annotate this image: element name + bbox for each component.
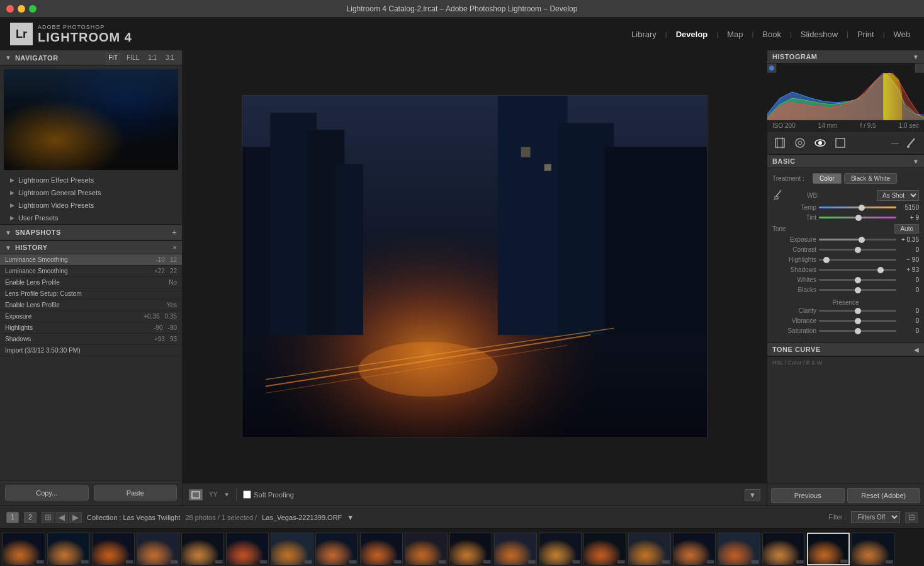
filter-dropdown[interactable]: Filters Off Flagged Rated (851, 511, 900, 523)
nav-develop[interactable]: Develop (672, 27, 712, 42)
wb-dropdown[interactable]: As Shot Auto Daylight Cloudy Custom (877, 190, 919, 201)
next-film-button[interactable]: ▶ (69, 512, 82, 523)
soft-proofing-toggle[interactable]: Soft Proofing (243, 490, 294, 499)
page-2-button[interactable]: 2 (24, 512, 37, 523)
eyedropper-tool[interactable] (772, 189, 785, 201)
tint-thumb[interactable] (855, 215, 862, 221)
view-loupe-button[interactable] (189, 489, 203, 501)
preset-lightroom-effects[interactable]: ▶ Lightroom Effect Presets (0, 174, 182, 186)
filmstrip-thumb-7[interactable] (315, 533, 358, 565)
history-header[interactable]: ▼ History × (0, 241, 182, 254)
contrast-slider[interactable] (819, 249, 896, 251)
filmstrip-filename[interactable]: Las_Vegas-2221399.ORF (262, 514, 342, 521)
nav-book[interactable]: Book (758, 27, 785, 42)
nav-print[interactable]: Print (854, 27, 878, 42)
nav-library[interactable]: Library (628, 27, 660, 42)
view-dropdown-arrow[interactable]: ▼ (223, 491, 230, 498)
blacks-slider[interactable] (819, 289, 896, 291)
preset-lightroom-video[interactable]: ▶ Lightroom Video Presets (0, 199, 182, 212)
soft-proof-checkbox[interactable] (243, 490, 251, 499)
spot-removal-tool[interactable] (792, 135, 808, 150)
history-item-4[interactable]: Enable Lens Profile Yes (0, 300, 182, 311)
tone-curve-header[interactable]: Tone Curve ◀ (767, 343, 924, 356)
filmstrip-thumb-6[interactable] (271, 533, 313, 565)
history-item-7[interactable]: Shadows +93 93 (0, 334, 182, 345)
history-item-6[interactable]: Highlights -90 -90 (0, 322, 182, 334)
preset-lightroom-general[interactable]: ▶ Lightroom General Presets (0, 186, 182, 199)
saturation-thumb[interactable] (855, 328, 861, 334)
reset-button[interactable]: Reset (Adobe) (847, 488, 921, 503)
history-item-8[interactable]: Import (3/3/12 3:50:30 PM) (0, 345, 182, 356)
filmstrip-thumb-18[interactable] (807, 533, 850, 565)
basic-header[interactable]: Basic ▼ (767, 155, 924, 168)
filename-dropdown-arrow[interactable]: ▼ (347, 514, 354, 521)
bw-treatment-button[interactable]: Black & White (844, 173, 897, 184)
filmstrip-thumb-1[interactable] (47, 533, 90, 565)
filmstrip-thumb-5[interactable] (226, 533, 269, 565)
exposure-slider[interactable] (819, 239, 896, 241)
preset-user[interactable]: ▶ User Presets (0, 212, 182, 224)
history-item-2[interactable]: Enable Lens Profile No (0, 277, 182, 288)
close-button[interactable] (6, 5, 14, 13)
filmstrip-thumb-14[interactable] (628, 533, 671, 565)
minimize-button[interactable] (18, 5, 25, 13)
contrast-thumb[interactable] (855, 247, 861, 253)
fit-btn[interactable]: FIT (106, 53, 120, 62)
color-treatment-button[interactable]: Color (813, 173, 842, 184)
maximize-button[interactable] (29, 5, 37, 13)
snapshots-header[interactable]: ▼ Snapshots + (0, 225, 182, 241)
clarity-slider[interactable] (819, 310, 896, 312)
filmstrip-thumb-10[interactable] (449, 533, 492, 565)
history-item-3[interactable]: Lens Profile Setup: Custom (0, 288, 182, 300)
page-1-button[interactable]: 1 (6, 512, 19, 523)
filmstrip-thumb-16[interactable] (718, 533, 760, 565)
copy-button[interactable]: Copy... (5, 485, 89, 501)
paste-button[interactable]: Paste (94, 485, 177, 501)
exposure-thumb[interactable] (859, 237, 865, 243)
tint-slider[interactable] (819, 217, 896, 218)
grid-view-button[interactable]: ⊞ (42, 512, 54, 523)
filmstrip-thumb-8[interactable] (360, 533, 403, 565)
auto-tone-button[interactable]: Auto (894, 224, 919, 234)
nav-map[interactable]: Map (723, 27, 747, 42)
history-item-1[interactable]: Luminance Smoothing +22 22 (0, 266, 182, 277)
nav-slideshow[interactable]: Slideshow (797, 27, 842, 42)
fill-btn[interactable]: FILL (124, 53, 142, 62)
brush-tool[interactable] (904, 135, 919, 150)
highlights-slider[interactable] (819, 259, 896, 261)
whites-slider[interactable] (819, 279, 896, 281)
add-snapshot-button[interactable]: + (172, 227, 177, 237)
temp-slider[interactable] (819, 207, 896, 208)
navigator-header[interactable]: ▼ Navigator FIT FILL 1:1 3:1 (0, 50, 182, 65)
filmstrip-thumb-15[interactable] (673, 533, 716, 565)
filmstrip-thumb-3[interactable] (137, 533, 179, 565)
highlights-thumb[interactable] (823, 257, 830, 263)
filmstrip-thumb-11[interactable] (494, 533, 537, 565)
window-controls[interactable] (6, 5, 37, 13)
previous-button[interactable]: Previous (771, 488, 845, 503)
1-1-btn[interactable]: 1:1 (145, 53, 159, 62)
shadows-slider[interactable] (819, 269, 896, 271)
3-1-btn[interactable]: 3:1 (163, 53, 177, 62)
history-item-5[interactable]: Exposure +0.35 0.35 (0, 311, 182, 322)
red-eye-tool[interactable] (813, 135, 828, 150)
filmstrip-thumb-19[interactable] (852, 533, 894, 565)
shadows-thumb[interactable] (877, 267, 884, 273)
prev-film-button[interactable]: ◀ (55, 512, 68, 523)
nav-web[interactable]: Web (890, 27, 915, 42)
filmstrip-thumb-12[interactable] (539, 533, 582, 565)
filmstrip-thumb-0[interactable] (3, 533, 45, 565)
blacks-thumb[interactable] (855, 287, 861, 293)
saturation-slider[interactable] (819, 330, 896, 332)
filmstrip-thumb-9[interactable] (405, 533, 448, 565)
graduated-filter-tool[interactable] (833, 135, 848, 150)
crop-tool[interactable] (772, 135, 787, 150)
filmstrip-thumb-13[interactable] (583, 533, 626, 565)
close-history-button[interactable]: × (173, 244, 177, 251)
vibrance-thumb[interactable] (855, 318, 861, 324)
filmstrip-thumb-17[interactable] (762, 533, 805, 565)
history-item-0[interactable]: Luminance Smoothing -10 12 (0, 254, 182, 266)
clarity-thumb[interactable] (855, 308, 861, 314)
temp-thumb[interactable] (859, 205, 865, 211)
filmstrip-more-button[interactable]: ⊟ (905, 512, 918, 523)
